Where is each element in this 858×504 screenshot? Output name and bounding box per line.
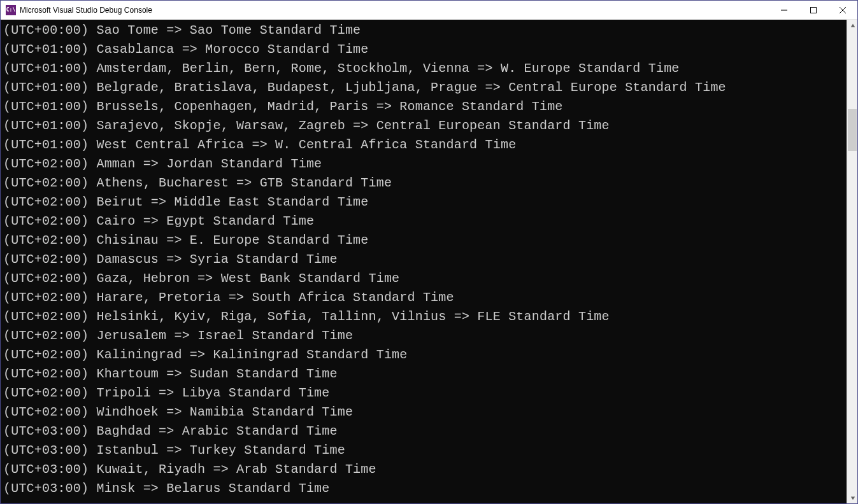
console-line: (UTC+01:00) West Central Africa => W. Ce… (3, 136, 847, 155)
svg-rect-1 (811, 7, 817, 13)
console-line: (UTC+02:00) Cairo => Egypt Standard Time (3, 212, 847, 231)
console-line: (UTC+03:00) Minsk => Belarus Standard Ti… (3, 479, 847, 498)
console-line: (UTC+02:00) Gaza, Hebron => West Bank St… (3, 269, 847, 288)
chevron-up-icon (850, 23, 855, 28)
app-icon: C:\ (6, 5, 16, 15)
console-line: (UTC+02:00) Kaliningrad => Kaliningrad S… (3, 346, 847, 365)
console-line: (UTC+03:00) Kuwait, Riyadh => Arab Stand… (3, 460, 847, 479)
console-line: (UTC+02:00) Chisinau => E. Europe Standa… (3, 231, 847, 250)
close-icon (840, 7, 846, 13)
console-line: (UTC+02:00) Harare, Pretoria => South Af… (3, 288, 847, 307)
scrollbar-track[interactable] (847, 31, 857, 493)
console-line: (UTC+00:00) Sao Tome => Sao Tome Standar… (3, 21, 847, 40)
client-area: (UTC+00:00) Sao Tome => Sao Tome Standar… (1, 20, 857, 503)
svg-marker-5 (850, 496, 854, 500)
close-button[interactable] (828, 1, 857, 19)
console-line: (UTC+02:00) Athens, Bucharest => GTB Sta… (3, 174, 847, 193)
window-controls (769, 1, 857, 19)
console-line: (UTC+02:00) Khartoum => Sudan Standard T… (3, 365, 847, 384)
window-title: Microsoft Visual Studio Debug Console (20, 6, 152, 15)
console-line: (UTC+03:00) Istanbul => Turkey Standard … (3, 441, 847, 460)
minimize-button[interactable] (769, 1, 799, 19)
console-line: (UTC+01:00) Brussels, Copenhagen, Madrid… (3, 97, 847, 116)
console-output[interactable]: (UTC+00:00) Sao Tome => Sao Tome Standar… (1, 20, 847, 503)
chevron-down-icon (850, 496, 855, 501)
console-line: (UTC+02:00) Windhoek => Namibia Standard… (3, 403, 847, 422)
console-line: (UTC+02:00) Damascus => Syria Standard T… (3, 250, 847, 269)
vertical-scrollbar[interactable] (847, 20, 857, 503)
console-line: (UTC+01:00) Sarajevo, Skopje, Warsaw, Za… (3, 116, 847, 136)
console-line: (UTC+01:00) Casablanca => Morocco Standa… (3, 40, 847, 59)
maximize-icon (810, 7, 817, 13)
console-line: (UTC+01:00) Amsterdam, Berlin, Bern, Rom… (3, 59, 847, 78)
scrollbar-thumb[interactable] (848, 109, 857, 150)
window-frame: C:\ Microsoft Visual Studio Debug Consol… (0, 0, 858, 504)
scroll-up-button[interactable] (847, 20, 858, 31)
console-line: (UTC+02:00) Tripoli => Libya Standard Ti… (3, 384, 847, 403)
scroll-down-button[interactable] (847, 493, 858, 503)
console-line: (UTC+01:00) Belgrade, Bratislava, Budape… (3, 78, 847, 97)
console-line: (UTC+02:00) Helsinki, Kyiv, Riga, Sofia,… (3, 307, 847, 326)
titlebar[interactable]: C:\ Microsoft Visual Studio Debug Consol… (1, 1, 857, 20)
console-line: (UTC+03:00) Baghdad => Arabic Standard T… (3, 422, 847, 441)
minimize-icon (781, 7, 787, 13)
console-line: (UTC+02:00) Jerusalem => Israel Standard… (3, 326, 847, 346)
svg-marker-4 (850, 24, 854, 27)
maximize-button[interactable] (799, 1, 828, 19)
console-line: (UTC+02:00) Beirut => Middle East Standa… (3, 193, 847, 212)
console-line: (UTC+02:00) Amman => Jordan Standard Tim… (3, 155, 847, 174)
